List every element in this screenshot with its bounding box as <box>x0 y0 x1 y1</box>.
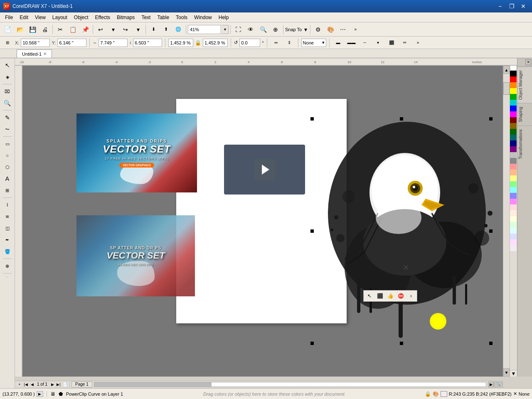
color-red[interactable] <box>510 76 517 82</box>
color-navy[interactable] <box>510 140 517 146</box>
page-prev-btn[interactable]: ◀ <box>29 382 35 387</box>
crop-tool[interactable]: ⌧ <box>2 86 13 97</box>
ellipse-tool[interactable]: ○ <box>2 150 13 161</box>
video-placeholder[interactable] <box>224 145 305 195</box>
page-options-btn[interactable]: 📄 <box>62 382 68 387</box>
handle-br[interactable] <box>489 342 493 345</box>
menu-text[interactable]: Text <box>138 14 154 21</box>
color-silver[interactable] <box>510 152 517 158</box>
zoom-out-icon[interactable]: 🔍 <box>494 382 503 387</box>
minimize-button[interactable]: − <box>495 2 505 10</box>
ft-btn3[interactable]: 👍 <box>385 291 395 300</box>
convert-btn[interactable]: ⬛ <box>386 37 397 48</box>
menu-object[interactable]: Object <box>71 14 92 21</box>
blend-tool[interactable]: ≋ <box>2 211 13 222</box>
fill-color-swatch[interactable] <box>441 391 447 397</box>
rectangle-tool[interactable]: ▭ <box>2 138 13 149</box>
eyedropper-tool[interactable]: ✒ <box>2 234 13 245</box>
color-yellow[interactable] <box>510 88 517 94</box>
canvas-area[interactable]: SPLATTER AND DRIPS VECTOR SET 17 FREE HI… <box>22 66 517 377</box>
menu-help[interactable]: Help <box>215 14 232 21</box>
select-tool[interactable]: ↖ <box>2 60 13 71</box>
handle-tr[interactable] <box>489 117 493 121</box>
zoom-all-button[interactable]: ⊕ <box>270 24 281 35</box>
fill-tool[interactable]: 🪣 <box>2 246 13 257</box>
parallel-tool[interactable]: ⌇ <box>2 200 13 210</box>
menu-effects[interactable]: Effects <box>92 14 113 21</box>
mirror-h-button[interactable]: ⇔ <box>270 37 282 48</box>
node-tool[interactable]: ◈ <box>2 71 13 82</box>
handle-bl[interactable] <box>310 342 314 345</box>
smart-draw-tool[interactable]: 〜 <box>2 124 13 135</box>
import-button[interactable]: ⬇ <box>148 24 159 35</box>
open-button[interactable]: 📂 <box>14 24 26 35</box>
print-button[interactable]: 🖨 <box>39 24 51 35</box>
color-f3ebf2[interactable] <box>510 245 517 251</box>
color-green[interactable] <box>510 94 517 100</box>
transform-button[interactable]: ⊞ <box>2 37 13 48</box>
w-value-box[interactable]: 7.749 " <box>99 39 128 47</box>
palette-down-btn[interactable]: ▼ <box>510 370 517 377</box>
color-darkgreen[interactable] <box>510 129 517 135</box>
x-coord-box[interactable]: 10.568 " <box>21 39 50 47</box>
ft-btn1[interactable]: ↖ <box>365 291 374 300</box>
full-screen-button[interactable]: ⛶ <box>232 24 244 35</box>
color-darkred[interactable] <box>510 117 517 123</box>
shaping-tab[interactable]: Shaping <box>517 103 532 126</box>
ft-btn4[interactable]: ⛔ <box>396 291 406 300</box>
copy-button[interactable]: 📋 <box>67 24 79 35</box>
handle-ml[interactable] <box>310 229 314 233</box>
color-paleblue[interactable] <box>510 234 517 239</box>
color-teal[interactable] <box>510 135 517 140</box>
chevron-right-button[interactable]: » <box>350 24 361 35</box>
menu-edit[interactable]: Edit <box>16 14 32 21</box>
color-lightcyan[interactable] <box>510 187 517 193</box>
freehand-tool[interactable]: ✎ <box>2 112 13 123</box>
outline-style-btn[interactable]: ▬▬ <box>346 37 357 48</box>
menu-table[interactable]: Table <box>154 14 172 21</box>
handle-tc[interactable] <box>400 117 403 121</box>
mirror-v-button[interactable]: ⇕ <box>283 37 295 48</box>
more-btn[interactable]: » <box>412 37 424 48</box>
interact-tool[interactable]: ⊕ <box>2 261 13 271</box>
page-add-btn[interactable]: + <box>17 382 22 387</box>
outline-end-btn[interactable]: ─ <box>359 37 371 48</box>
scale-x-box[interactable]: 1,452.9 % <box>168 39 193 47</box>
color-orange[interactable] <box>510 82 517 88</box>
polygon-tool[interactable]: ⬡ <box>2 162 13 172</box>
color-lightorange[interactable] <box>510 170 517 175</box>
cut-button[interactable]: ✂ <box>54 24 66 35</box>
hscroll-track[interactable] <box>94 382 486 387</box>
color-gray[interactable] <box>510 158 517 164</box>
doc-tab-close[interactable]: ✕ <box>43 52 47 56</box>
scroll-up-btn[interactable]: ▲ <box>503 66 510 74</box>
color-palegreen[interactable] <box>510 222 517 228</box>
redo-button[interactable]: ↪ <box>120 24 131 35</box>
new-button[interactable]: 📄 <box>2 24 13 35</box>
options-button[interactable]: ⚙ <box>312 24 324 35</box>
vertical-scrollbar[interactable]: ▲ ▼ <box>503 66 510 377</box>
doc-tab-untitled[interactable]: Untitled-1 ✕ <box>17 49 52 58</box>
page-last-btn[interactable]: ▶| <box>56 382 62 387</box>
table-tool[interactable]: ⊞ <box>2 185 13 196</box>
hscroll-thumb[interactable] <box>94 382 212 387</box>
ft-btn2[interactable]: ⬛ <box>375 291 385 300</box>
color-magenta[interactable] <box>510 111 517 117</box>
h-value-box[interactable]: 6.503 " <box>133 39 162 47</box>
scroll-thumb[interactable] <box>503 82 510 95</box>
color-mode-button[interactable]: 🎨 <box>325 24 336 35</box>
color-lightyellow[interactable] <box>510 175 517 181</box>
menu-window[interactable]: Window <box>191 14 215 21</box>
page1-tab[interactable]: Page 1 <box>71 382 92 387</box>
paste-button[interactable]: 📌 <box>79 24 91 35</box>
color-white[interactable] <box>510 65 517 71</box>
coord-options-btn[interactable]: ▶ <box>37 391 43 397</box>
outline-btn[interactable]: ▬ <box>332 37 344 48</box>
y-coord-box[interactable]: 6.146 " <box>57 39 86 47</box>
handle-bc[interactable] <box>400 342 403 345</box>
angle-box[interactable]: 0.0 <box>239 39 260 47</box>
color-purple[interactable] <box>510 146 517 152</box>
menu-layout[interactable]: Layout <box>49 14 71 21</box>
play-button[interactable] <box>254 159 275 180</box>
options2-button[interactable]: ⋯ <box>337 24 349 35</box>
